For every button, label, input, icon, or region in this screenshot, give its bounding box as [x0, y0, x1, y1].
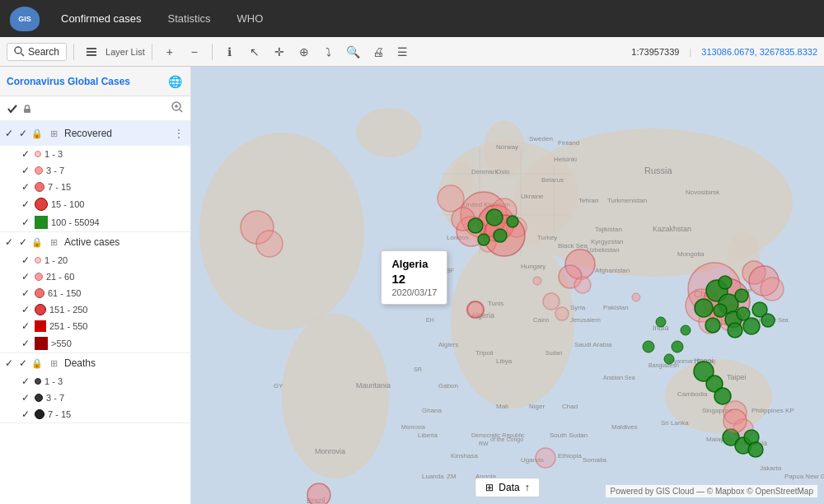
zoom-extent-icon — [171, 100, 184, 114]
svg-text:Saudi Arabia: Saudi Arabia — [574, 341, 612, 348]
active-circle-2 — [35, 273, 43, 281]
svg-text:Finland: Finland — [558, 139, 579, 147]
map-attribution: Powered by GIS Cloud — © Mapbox © OpenSt… — [606, 485, 817, 497]
recovered-more-button[interactable]: ⋮ — [171, 125, 187, 142]
toolbar-separator-3 — [212, 44, 213, 60]
deaths-legend-1: ✓ 1 - 3 — [0, 373, 190, 390]
recovered-legend-1: ✓ 1 - 3 — [0, 146, 190, 162]
svg-text:United Kingdom: United Kingdom — [463, 201, 510, 208]
nav-statistics[interactable]: Statistics — [163, 9, 216, 28]
svg-text:Afghanistan: Afghanistan — [595, 267, 630, 274]
svg-text:Sudan: Sudan — [545, 350, 562, 356]
svg-text:Hanoi: Hanoi — [694, 357, 714, 365]
recovered-circle-2 — [35, 166, 43, 175]
pointer-button[interactable]: ↖ — [244, 41, 265, 63]
svg-point-14 — [199, 133, 364, 330]
svg-text:BF: BF — [447, 268, 454, 273]
layer-group-active: ✓ ✓ 🔒 ⊞ Active cases ✓ 1 - 20 ✓ 21 - 60 — [0, 232, 190, 353]
recovered-legend-5: ✓ 100 - 55094 — [0, 213, 190, 231]
data-button[interactable]: ⊞ Data ↑ — [475, 478, 540, 497]
panel-title: Coronavirus Global Cases — [7, 76, 161, 87]
panel-globe-button[interactable]: 🌐 — [166, 72, 184, 91]
search-map-button[interactable]: 🔍 — [343, 41, 364, 63]
deaths-legend-2: ✓ 3 - 7 — [0, 390, 190, 406]
toolbar: Search Layer List + − ℹ ↖ ✛ ⊕ ⤵ 🔍 🖨 ☰ 1:… — [0, 37, 824, 67]
active-legend-5: ✓ 251 - 550 — [0, 318, 190, 334]
active-lock: 🔒 — [31, 237, 43, 248]
svg-text:Maldives: Maldives — [611, 423, 638, 431]
svg-text:Ethiopia: Ethiopia — [558, 452, 582, 460]
tooltip-value: 12 — [391, 272, 437, 286]
recovered-lock: 🔒 — [31, 128, 43, 139]
crosshair-button[interactable]: ✛ — [269, 41, 290, 63]
search-button[interactable]: Search — [7, 43, 67, 61]
layer-list-button[interactable] — [81, 41, 102, 63]
active-legend-4: ✓ 151 - 250 — [0, 301, 190, 318]
svg-text:Chad: Chad — [562, 403, 578, 410]
deaths-check-1: ✓ — [3, 357, 15, 369]
map-tooltip: Algeria 12 2020/03/17 — [381, 250, 447, 305]
menu-button[interactable]: ☰ — [392, 41, 414, 63]
import-button[interactable]: ⤵ — [318, 41, 339, 63]
svg-text:Turkey: Turkey — [537, 234, 557, 241]
svg-text:Algiers: Algiers — [438, 341, 458, 348]
svg-point-13 — [451, 236, 574, 408]
map-scale: 1:73957339 — [631, 47, 679, 57]
svg-text:Jerusalem: Jerusalem — [570, 316, 601, 324]
active-check-1: ✓ — [3, 236, 15, 248]
tooltip-country: Algeria — [391, 258, 437, 270]
svg-text:Syria: Syria — [570, 304, 586, 311]
world-map[interactable]: Russia Kazakhstan Mongolia China Ukraine… — [191, 67, 824, 504]
svg-text:KP: KP — [743, 287, 752, 295]
recovered-legend-3: ✓ 7 - 15 — [0, 179, 190, 195]
map-area[interactable]: Russia Kazakhstan Mongolia China Ukraine… — [191, 67, 824, 504]
add-point-button[interactable]: ⊕ — [293, 41, 315, 63]
data-button-label: Data — [499, 482, 519, 493]
panel-zoom-control[interactable] — [171, 100, 184, 116]
panel-controls — [0, 96, 190, 121]
svg-text:Niger: Niger — [529, 403, 545, 410]
svg-text:Oslo: Oslo — [496, 168, 510, 175]
print-button[interactable]: 🖨 — [368, 41, 389, 63]
deaths-legend-3: ✓ 7 - 15 — [0, 406, 190, 422]
recovered-legend-4: ✓ 15 - 100 — [0, 195, 190, 213]
deaths-circle-3 — [35, 409, 44, 419]
svg-text:Philippine Sea: Philippine Sea — [751, 317, 789, 324]
svg-line-7 — [180, 110, 182, 112]
svg-text:Indonesia: Indonesia — [735, 439, 767, 447]
lock-all-icon — [21, 103, 33, 114]
nav-confirmed-cases[interactable]: Confirmed cases — [56, 9, 147, 28]
svg-text:Black Sea: Black Sea — [558, 242, 588, 250]
svg-text:Belarus: Belarus — [541, 176, 564, 184]
zoom-out-button[interactable]: − — [184, 41, 205, 63]
svg-text:Kazakhstan: Kazakhstan — [653, 225, 691, 233]
svg-line-1 — [21, 54, 25, 57]
main-content: Coronavirus Global Cases 🌐 — [0, 67, 824, 504]
svg-point-19 — [451, 161, 475, 194]
svg-text:Cambodia: Cambodia — [677, 390, 708, 398]
svg-text:RW: RW — [479, 441, 489, 446]
layer-group-deaths-header[interactable]: ✓ ✓ 🔒 ⊞ Deaths — [0, 353, 190, 373]
nav-who[interactable]: WHO — [232, 9, 269, 28]
svg-text:Malaysia: Malaysia — [706, 436, 733, 443]
svg-text:China: China — [694, 289, 719, 299]
recovered-circle-4 — [35, 198, 48, 211]
svg-point-17 — [356, 108, 422, 157]
svg-text:Somalia: Somalia — [583, 456, 606, 464]
layer-group-recovered-header[interactable]: ✓ ✓ 🔒 ⊞ Recovered ⋮ — [0, 121, 190, 146]
zoom-in-button[interactable]: + — [159, 41, 180, 63]
svg-text:Arabian Sea: Arabian Sea — [603, 375, 635, 380]
toolbar-separator-2 — [152, 44, 152, 60]
svg-point-0 — [15, 47, 21, 54]
svg-text:of the Congo: of the Congo — [490, 436, 523, 443]
info-button[interactable]: ℹ — [219, 41, 241, 63]
svg-text:Uganda: Uganda — [521, 456, 545, 464]
svg-text:Brazil: Brazil — [307, 497, 325, 504]
active-circle-1 — [35, 257, 41, 264]
layer-group-active-header[interactable]: ✓ ✓ 🔒 ⊞ Active cases — [0, 232, 190, 252]
active-circle-3 — [35, 288, 44, 298]
active-legend-3: ✓ 61 - 150 — [0, 285, 190, 301]
svg-text:London: London — [447, 234, 469, 241]
svg-rect-4 — [87, 54, 96, 56]
panel-header: Coronavirus Global Cases 🌐 — [0, 67, 190, 96]
